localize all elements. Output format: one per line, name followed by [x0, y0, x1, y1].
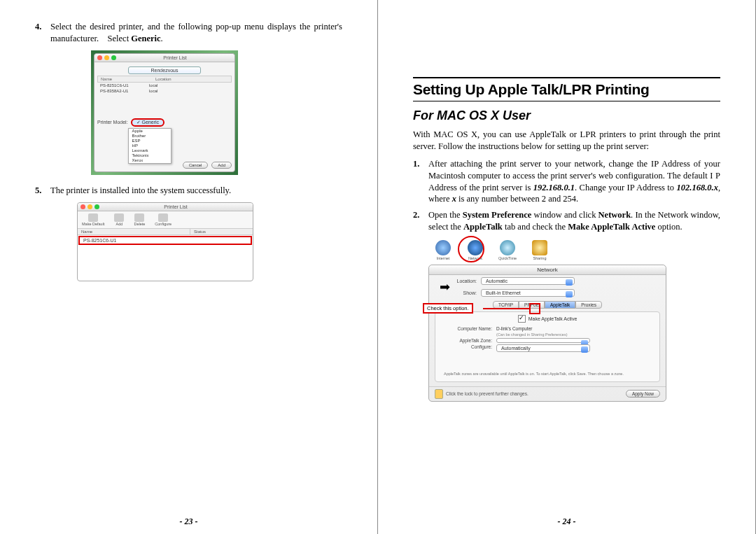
page-right: Setting Up Apple Talk/LPR Printing For M… [378, 0, 756, 534]
configure-select: Automatically [496, 344, 590, 352]
step-1: 1. After attaching the print server to y… [413, 158, 720, 206]
close-icon [80, 204, 85, 209]
page-number: - 24 - [378, 517, 755, 527]
tool-configure: Configure [155, 213, 172, 226]
quicktime-icon: QuickTime [496, 240, 519, 260]
lock-row: Click the lock to prevent further change… [435, 389, 528, 399]
step4-bold: Generic [131, 34, 160, 43]
printer-row: PS-8251C6-U1 local [97, 83, 232, 88]
rule-top [413, 77, 720, 78]
step4-text-a: Select the desired printer, and the foll… [50, 22, 342, 43]
zone-label: AppleTalk Zone: [440, 338, 492, 343]
figure-network-prefs: ➡ Check this option. Internet Network Qu… [428, 239, 666, 402]
location-select: Automatic [481, 277, 575, 285]
page-left: 4. Select the desired printer, and the f… [0, 0, 378, 534]
zoom-icon [111, 55, 116, 60]
show-select: Built-in Ethernet [481, 289, 575, 297]
step4-text-b: Select [108, 34, 130, 43]
configure-label: Configure: [440, 344, 492, 352]
appletalk-checkbox [518, 315, 526, 323]
tool-add: Add [114, 213, 124, 226]
window-title: Printer List [102, 204, 250, 209]
generic-option-highlight: ✓ Generic Apple Brother ESP HP Lexmark T… [131, 118, 164, 127]
col-location: Location [153, 76, 174, 82]
window-titlebar: Printer List [78, 203, 253, 211]
step5-text: The printer is installed into the system… [50, 185, 231, 195]
sharing-icon: Sharing [528, 240, 552, 260]
zone-select [496, 338, 590, 343]
tab-appletalk: AppleTalk [545, 301, 575, 309]
tool-make-default: Make Default [82, 213, 104, 226]
figure-printer-list-dropdown: Printer List Rendezvous Name Location PS… [91, 50, 238, 175]
callout-line [483, 308, 531, 309]
computer-name-value: D-link's Computer [496, 326, 532, 331]
section-heading: Setting Up Apple Talk/LPR Printing [413, 81, 720, 98]
checkbox-highlight [529, 303, 540, 314]
col-status: Status [190, 229, 209, 234]
step-4: 4. Select the desired printer, and the f… [35, 21, 342, 45]
syspref-toolbar: Internet Network QuickTime Sharing [428, 239, 666, 262]
network-icon: Network [463, 240, 487, 260]
check-callout: Check this option. [423, 303, 473, 314]
minimize-icon [104, 55, 109, 60]
cancel-button: Cancel [183, 162, 209, 169]
computer-name-label: Computer Name: [440, 326, 492, 331]
installed-printer-highlight: PS-8251C6-U1 [78, 236, 252, 245]
tab-proxies: Proxies [575, 301, 602, 309]
window-titlebar: Printer List [94, 54, 234, 62]
tool-delete: Delete [134, 213, 145, 226]
step-num: 2. [413, 209, 419, 221]
col-name: Name [98, 76, 153, 82]
service-dropdown: Rendezvous [128, 66, 201, 74]
model-dropdown: Apple Brother ESP HP Lexmark Tektronix X… [128, 128, 172, 164]
model-label: Printer Model: [97, 120, 128, 125]
subsection-heading: For MAC OS X User [413, 108, 720, 123]
step-num: 4. [35, 21, 41, 33]
intro-paragraph: With MAC OS X, you can use AppleTalk or … [413, 129, 720, 153]
internet-icon: Internet [431, 240, 455, 260]
zone-note: AppleTalk zones are unavailable until Ap… [440, 370, 655, 379]
step-num: 1. [413, 158, 419, 170]
rule-bottom [413, 101, 720, 101]
step-2: 2. Open the System Preference window and… [413, 209, 720, 233]
page-number: - 23 - [0, 517, 377, 527]
step-5: 5. The printer is installed into the sys… [35, 185, 342, 197]
step-num: 5. [35, 185, 41, 197]
arrow-icon: ➡ [440, 279, 450, 295]
steps-left: 4. Select the desired printer, and the f… [35, 21, 342, 45]
minimize-icon [88, 204, 92, 209]
col-name: Name [78, 229, 190, 234]
add-button: Add [211, 162, 232, 169]
printer-row: PS-8358A2-U1 local [97, 88, 232, 94]
figure-printer-list-installed: Printer List Make Default Add Delete Con… [77, 202, 253, 281]
panel-title: Network [429, 265, 666, 275]
window-title: Printer List [118, 55, 232, 60]
lock-icon [435, 389, 443, 399]
zoom-icon [94, 204, 99, 209]
apply-now-button: Apply Now [626, 390, 660, 398]
close-icon [97, 55, 102, 60]
appletalk-checkbox-label: Make AppleTalk Active [528, 316, 578, 321]
